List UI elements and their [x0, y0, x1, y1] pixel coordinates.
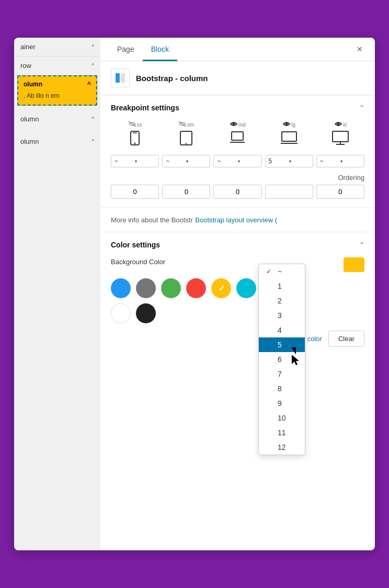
dropdown-item-1[interactable]: 1 — [259, 279, 305, 293]
swatch-blue[interactable] — [111, 278, 131, 298]
svg-point-4 — [134, 143, 136, 144]
bp-col-md: md — [213, 120, 261, 149]
dropdown-item-5[interactable]: 5 — [259, 337, 305, 352]
svg-rect-13 — [282, 132, 296, 141]
tab-page[interactable]: Page — [109, 38, 143, 61]
sidebar-column-block[interactable]: olumn ^ . Ab illo n em — [17, 75, 97, 106]
color-section-header: Color settings ⌃ — [111, 241, 364, 249]
block-title: Bootstrap - column — [136, 74, 208, 83]
chevron-up-icon: ⌃ — [359, 104, 364, 111]
ordering-label: Ordering — [111, 174, 364, 182]
dropdown-item-8[interactable]: 8 — [259, 381, 305, 396]
swatch-gray[interactable] — [136, 278, 156, 298]
sidebar-item-label: row — [20, 62, 31, 70]
eye-visible-icon-xl — [334, 120, 342, 129]
color-header-row: Background Color — [111, 257, 364, 272]
bp-select-md[interactable]: ~ ▾ — [213, 155, 261, 167]
dropdown-item-11[interactable]: 11 — [259, 425, 305, 440]
monitor-icon — [332, 131, 349, 148]
breakpoint-section-title: Breakpoint settings — [111, 104, 179, 112]
breakpoint-section: Breakpoint settings ⌃ xs — [100, 95, 375, 208]
sidebar-item-column-3[interactable]: olumn ^ — [14, 132, 100, 151]
eye-visible-icon-lg — [282, 120, 291, 129]
bp-col-lg: lg — [265, 120, 313, 149]
bp-select-xs[interactable]: ~ ▾ — [111, 155, 159, 167]
column-text-content: . Ab illo n em — [24, 91, 91, 100]
dropdown-item-3[interactable]: 3 — [259, 308, 305, 323]
info-text: More info about the Bootstr — [111, 216, 193, 224]
eye-hidden-icon-sm — [178, 120, 187, 129]
bp-select-xl[interactable]: ~ ▾ — [316, 155, 364, 167]
dropdown-item-tilde[interactable]: ✓ ~ — [259, 264, 305, 279]
sidebar-item-label: olumn — [20, 115, 39, 123]
color-swatches-row — [111, 278, 364, 298]
ordering-input-xs[interactable] — [111, 185, 159, 199]
svg-rect-16 — [333, 131, 348, 142]
dropdown-item-4[interactable]: 4 — [259, 323, 305, 337]
swatch-cyan[interactable] — [236, 278, 256, 298]
color-swatches-row-2 — [111, 303, 364, 323]
dropdown-item-6[interactable]: 6 — [259, 352, 305, 367]
main-panel: Page Block × Bootstrap - column Breakpoi… — [100, 38, 375, 550]
tabs-bar: Page Block × — [100, 38, 375, 61]
chevron-up-icon: ^ — [91, 44, 94, 50]
swatch-black[interactable] — [136, 303, 156, 323]
breakpoint-selects: ~ ▾ ~ ▾ ~ ▾ 5 ▾ ~ ▾ — [111, 155, 364, 167]
bp-col-xl: xl — [316, 120, 364, 149]
check-icon: ✓ — [266, 268, 273, 275]
svg-point-12 — [285, 123, 288, 126]
block-header: Bootstrap - column — [100, 61, 375, 95]
ordering-inputs — [111, 185, 364, 199]
dropdown-item-9[interactable]: 9 — [259, 396, 305, 411]
dropdown-item-10[interactable]: 10 — [259, 411, 305, 425]
current-color-swatch — [344, 257, 364, 272]
color-section: Color settings ⌃ Background Color Cu — [100, 232, 375, 355]
laptop-icon — [281, 131, 298, 146]
sidebar-item-label: ainer — [20, 43, 36, 51]
bp-md-label: md — [238, 122, 246, 128]
sidebar-item-row[interactable]: row ^ — [14, 56, 100, 75]
swatch-red[interactable] — [186, 278, 206, 298]
swatch-yellow[interactable] — [211, 278, 231, 298]
dropdown-item-12[interactable]: 12 — [259, 440, 305, 455]
sidebar: ainer ^ row ^ olumn ^ . Ab illo n em olu… — [14, 38, 100, 550]
eye-hidden-icon-xs — [128, 120, 136, 129]
breakpoint-grid: xs sm — [111, 120, 364, 149]
column-size-dropdown[interactable]: ✓ ~ 1 2 3 4 5 — [258, 264, 305, 455]
bp-lg-label: lg — [291, 122, 295, 128]
ordering-input-lg[interactable] — [265, 185, 313, 199]
phone-icon — [130, 131, 140, 149]
svg-point-8 — [186, 143, 187, 144]
bp-sm-label: sm — [187, 122, 194, 128]
sidebar-item-column-2[interactable]: olumn ^ — [14, 110, 100, 128]
bootstrap-layout-link[interactable]: Bootstrap layout overview ( — [195, 216, 277, 224]
dropdown-arrow-icon: ▾ — [340, 159, 361, 164]
dropdown-item-7[interactable]: 7 — [259, 367, 305, 381]
bp-col-xs: xs — [111, 120, 159, 149]
bp-select-sm[interactable]: ~ ▾ — [162, 155, 210, 167]
sidebar-item-container[interactable]: ainer ^ — [14, 38, 100, 56]
swatch-white[interactable] — [111, 303, 131, 323]
color-section-title: Color settings — [111, 241, 160, 249]
ordering-row: Ordering — [111, 174, 364, 199]
chevron-up-icon: ^ — [91, 63, 94, 69]
svg-point-15 — [337, 123, 339, 126]
column-label: olumn — [24, 81, 42, 88]
tab-block[interactable]: Block — [143, 38, 177, 61]
chevron-up-icon: ^ — [87, 81, 91, 88]
close-button[interactable]: × — [352, 40, 367, 59]
svg-rect-1 — [121, 73, 125, 83]
bp-xs-label: xs — [137, 122, 142, 128]
svg-rect-7 — [180, 131, 192, 145]
clear-button[interactable]: Clear — [328, 331, 364, 347]
block-icon — [111, 69, 130, 87]
dropdown-item-2[interactable]: 2 — [259, 293, 305, 308]
chevron-up-icon: ⌃ — [359, 241, 364, 248]
swatch-green[interactable] — [161, 278, 181, 298]
ordering-input-xl[interactable] — [316, 185, 364, 199]
bp-select-lg[interactable]: 5 ▾ — [265, 155, 313, 167]
svg-point-9 — [233, 123, 235, 126]
ordering-input-sm[interactable] — [162, 185, 210, 199]
ordering-input-md[interactable] — [213, 185, 261, 199]
dropdown-arrow-icon: ▾ — [238, 159, 258, 164]
